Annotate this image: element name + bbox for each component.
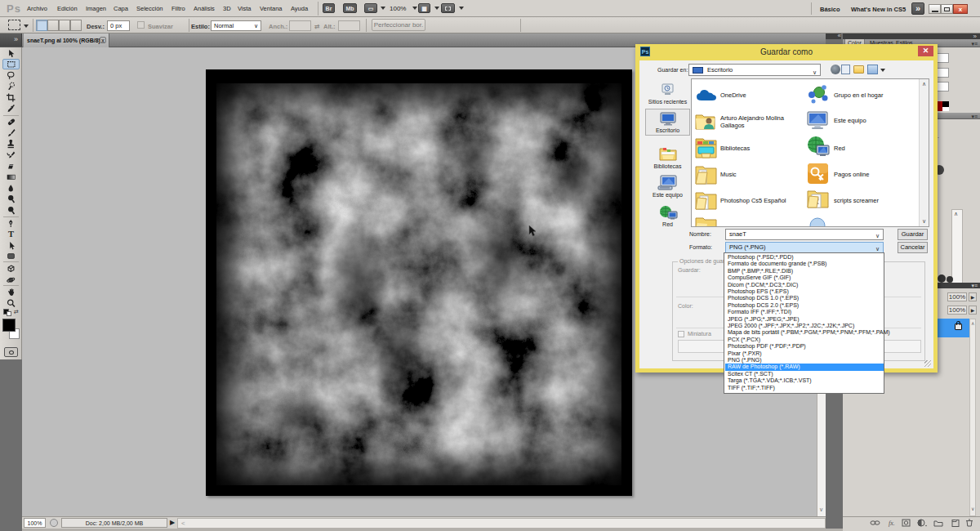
svg-text:T: T — [8, 230, 14, 239]
svg-text:fx.: fx. — [889, 520, 895, 527]
